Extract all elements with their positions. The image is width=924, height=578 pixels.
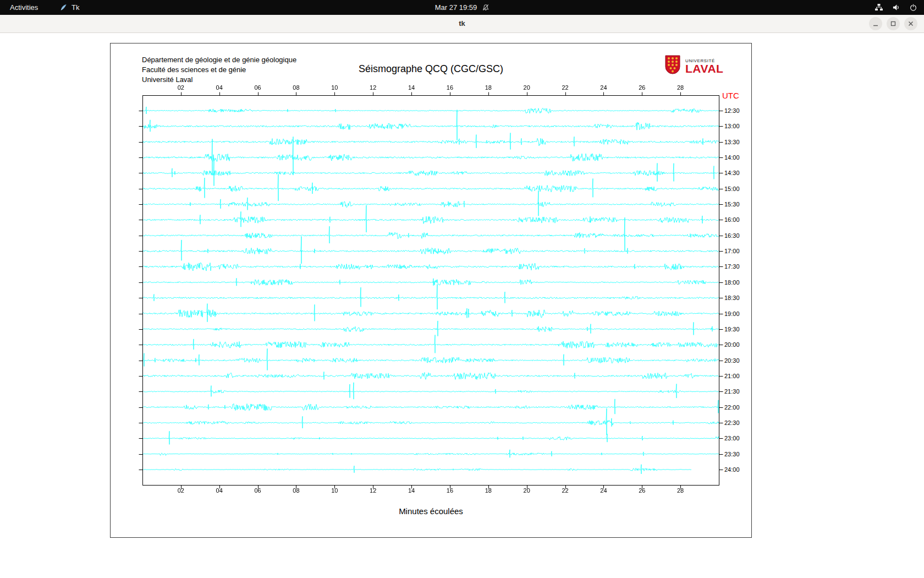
x-tick-label-top: 12: [370, 84, 376, 91]
x-tick-label-bottom: 06: [254, 487, 261, 494]
x-tick-label-bottom: 10: [331, 487, 338, 494]
x-tick-label-top: 04: [216, 84, 223, 91]
time-label: 17:00: [724, 248, 740, 254]
time-label: 19:00: [724, 310, 740, 317]
x-tick-label-top: 16: [447, 84, 453, 91]
clock-button[interactable]: Mar 27 19:59: [435, 0, 490, 15]
chart-title: Séismographe QCQ (CGC/GSC): [111, 63, 751, 75]
notifications-disabled-icon: [482, 4, 489, 11]
time-label: 20:00: [724, 341, 740, 348]
time-label: 17:30: [724, 263, 740, 270]
header-line-3: Université Laval: [142, 75, 296, 85]
power-icon[interactable]: [909, 3, 917, 12]
x-tick-label-bottom: 22: [562, 487, 568, 494]
x-tick-label-bottom: 24: [600, 487, 607, 494]
x-tick-label-bottom: 08: [293, 487, 299, 494]
x-tick-label-top: 28: [677, 84, 684, 91]
minimize-button[interactable]: [869, 17, 882, 30]
time-label: 23:30: [724, 451, 740, 457]
time-label: 21:30: [724, 388, 740, 395]
time-label: 22:30: [724, 419, 740, 426]
window-controls: [869, 17, 917, 30]
time-label: 13:00: [724, 123, 740, 129]
time-label: 14:00: [724, 154, 740, 161]
time-label: 18:00: [724, 279, 740, 286]
time-label: 23:00: [724, 435, 740, 441]
x-axis-label: Minutes écoulées: [111, 506, 751, 516]
laval-logo: UNIVERSITÉ LAVAL: [664, 54, 723, 78]
x-tick-label-bottom: 02: [178, 487, 184, 494]
laval-shield-icon: [664, 54, 681, 78]
utc-label: UTC: [722, 91, 739, 100]
x-tick-label-top: 20: [524, 84, 530, 91]
time-label: 19:30: [724, 326, 740, 332]
time-label: 24:00: [724, 466, 740, 473]
seismogram-canvas: [137, 90, 724, 490]
activities-button[interactable]: Activities: [7, 0, 41, 15]
time-label: 18:30: [724, 295, 740, 301]
time-label: 20:30: [724, 357, 740, 364]
time-label: 21:00: [724, 373, 740, 379]
x-tick-label-top: 24: [600, 84, 607, 91]
maximize-button[interactable]: [887, 17, 900, 30]
app-menu-label: Tk: [72, 3, 79, 12]
time-label: 12:30: [724, 107, 740, 114]
time-label: 15:00: [724, 186, 740, 192]
time-label: 16:00: [724, 216, 740, 223]
x-tick-label-top: 14: [408, 84, 415, 91]
x-tick-label-top: 08: [293, 84, 299, 91]
x-tick-label-top: 22: [562, 84, 568, 91]
seismograph-panel: Département de géologie et de génie géol…: [110, 43, 752, 538]
app-menu-button[interactable]: Tk: [59, 0, 79, 15]
x-tick-label-top: 06: [254, 84, 261, 91]
clock-text: Mar 27 19:59: [435, 3, 477, 12]
logo-laval-text: LAVAL: [685, 63, 723, 74]
time-label: 15:30: [724, 201, 740, 208]
gnome-top-bar: Activities Tk Mar 27 19:59: [0, 0, 924, 15]
x-tick-label-bottom: 18: [485, 487, 492, 494]
x-tick-label-bottom: 04: [216, 487, 223, 494]
window-header-bar: tk: [0, 15, 924, 33]
window-title: tk: [0, 15, 924, 32]
tk-feather-icon: [59, 3, 68, 12]
system-status-area[interactable]: [875, 0, 917, 15]
x-tick-label-top: 26: [639, 84, 645, 91]
volume-icon[interactable]: [892, 3, 900, 12]
x-tick-label-top: 02: [178, 84, 184, 91]
x-tick-label-top: 18: [485, 84, 492, 91]
x-tick-label-top: 10: [331, 84, 338, 91]
time-label: 13:30: [724, 139, 740, 145]
x-tick-label-bottom: 26: [639, 487, 645, 494]
x-tick-label-bottom: 12: [370, 487, 376, 494]
x-tick-label-bottom: 20: [524, 487, 530, 494]
x-tick-label-bottom: 14: [408, 487, 415, 494]
time-label: 14:30: [724, 170, 740, 176]
close-button[interactable]: [904, 17, 917, 30]
x-tick-label-bottom: 28: [677, 487, 684, 494]
x-tick-label-bottom: 16: [447, 487, 453, 494]
network-icon[interactable]: [875, 3, 883, 12]
time-label: 22:00: [724, 404, 740, 411]
time-label: 16:30: [724, 232, 740, 239]
